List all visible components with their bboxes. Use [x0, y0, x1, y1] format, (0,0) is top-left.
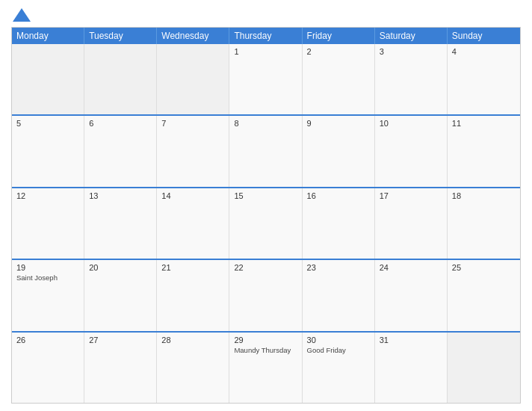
- day-number: 25: [452, 263, 516, 272]
- day-cell: 5: [12, 116, 84, 186]
- day-number: 26: [16, 336, 79, 344]
- day-cell: [157, 44, 229, 114]
- day-number: 5: [16, 119, 79, 128]
- day-number: 29: [234, 336, 297, 344]
- day-header-wednesday: Wednesday: [157, 28, 229, 44]
- day-cell: 30Good Friday: [303, 333, 375, 403]
- day-cell: 26: [12, 333, 84, 403]
- day-cell: 10: [375, 116, 448, 186]
- day-cell: 9: [303, 116, 375, 186]
- svg-marker-0: [13, 8, 31, 22]
- day-cell: 4: [448, 44, 520, 114]
- day-event: Saint Joseph: [16, 274, 79, 282]
- day-cell: [84, 44, 157, 114]
- day-cell: 16: [303, 188, 375, 259]
- week-row-2: 567891011: [12, 114, 520, 186]
- week-row-1: 1234: [12, 44, 520, 114]
- day-header-saturday: Saturday: [375, 28, 448, 44]
- day-cell: 17: [375, 188, 448, 259]
- day-cell: 1: [229, 44, 302, 114]
- day-cell: 8: [229, 116, 302, 186]
- logo-icon: [13, 8, 31, 22]
- day-cell: 27: [84, 333, 157, 403]
- day-cell: 19Saint Joseph: [12, 260, 84, 330]
- day-cell: 23: [303, 260, 375, 330]
- day-number: 11: [452, 119, 516, 128]
- calendar-page: MondayTuesdayWednesdayThursdayFridaySatu…: [0, 0, 532, 411]
- day-headers-row: MondayTuesdayWednesdayThursdayFridaySatu…: [12, 28, 520, 44]
- day-cell: 24: [375, 260, 448, 330]
- day-header-thursday: Thursday: [229, 28, 302, 44]
- day-cell: 22: [229, 260, 302, 330]
- day-number: 27: [89, 336, 152, 344]
- weeks-container: 12345678910111213141516171819Saint Josep…: [12, 44, 520, 403]
- day-number: 1: [234, 47, 297, 56]
- day-cell: 15: [229, 188, 302, 259]
- day-number: 15: [234, 191, 297, 200]
- day-header-friday: Friday: [303, 28, 375, 44]
- day-header-monday: Monday: [12, 28, 84, 44]
- day-cell: 12: [12, 188, 84, 259]
- day-cell: 7: [157, 116, 229, 186]
- day-event: Good Friday: [307, 346, 370, 355]
- day-number: 14: [161, 191, 224, 200]
- day-number: 31: [380, 336, 442, 344]
- day-cell: 2: [303, 44, 375, 114]
- day-cell: 31: [375, 333, 448, 403]
- day-cell: 13: [84, 188, 157, 259]
- day-header-tuesday: Tuesday: [84, 28, 157, 44]
- week-row-3: 12131415161718: [12, 187, 520, 259]
- day-event: Maundy Thursday: [234, 346, 297, 355]
- day-number: 20: [89, 263, 152, 272]
- week-row-4: 19Saint Joseph202122232425: [12, 259, 520, 330]
- day-number: 6: [89, 119, 152, 128]
- day-cell: 14: [157, 188, 229, 259]
- day-cell: 11: [448, 116, 520, 186]
- day-cell: 3: [375, 44, 448, 114]
- day-number: 10: [380, 119, 442, 128]
- day-number: 19: [16, 263, 79, 272]
- day-number: 17: [380, 191, 442, 200]
- day-number: 24: [380, 263, 442, 272]
- day-number: 8: [234, 119, 297, 128]
- day-number: 16: [307, 191, 370, 200]
- week-row-5: 26272829Maundy Thursday30Good Friday31: [12, 331, 520, 403]
- day-header-sunday: Sunday: [448, 28, 520, 44]
- day-number: 21: [161, 263, 224, 272]
- day-number: 9: [307, 119, 370, 128]
- calendar: MondayTuesdayWednesdayThursdayFridaySatu…: [11, 27, 521, 404]
- day-cell: 18: [448, 188, 520, 259]
- day-cell: 6: [84, 116, 157, 186]
- day-number: 12: [16, 191, 79, 200]
- day-cell: [448, 333, 520, 403]
- day-cell: 20: [84, 260, 157, 330]
- day-number: 13: [89, 191, 152, 200]
- day-cell: 29Maundy Thursday: [229, 333, 302, 403]
- day-number: 22: [234, 263, 297, 272]
- day-number: 3: [380, 47, 442, 56]
- day-number: 18: [452, 191, 516, 200]
- header: [11, 7, 521, 21]
- day-number: 23: [307, 263, 370, 272]
- day-cell: 25: [448, 260, 520, 330]
- day-number: 30: [307, 336, 370, 344]
- day-cell: [12, 44, 84, 114]
- day-cell: 28: [157, 333, 229, 403]
- day-number: 7: [161, 119, 224, 128]
- day-number: 28: [161, 336, 224, 344]
- logo: [11, 7, 31, 21]
- day-number: 2: [307, 47, 370, 56]
- day-number: 4: [452, 47, 516, 56]
- day-cell: 21: [157, 260, 229, 330]
